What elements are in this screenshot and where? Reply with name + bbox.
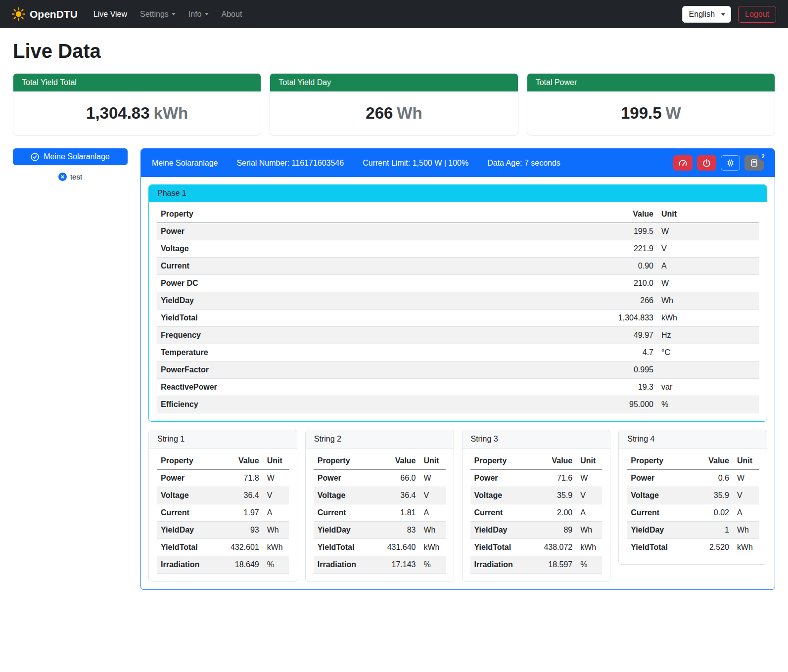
event-count-badge: 2 — [758, 151, 768, 161]
event-log-button[interactable]: 2 — [744, 155, 764, 171]
cell-unit: Hz — [657, 327, 759, 344]
cell-unit: % — [420, 556, 446, 574]
cell-unit: A — [420, 504, 446, 522]
cell-property: YieldDay — [470, 522, 534, 539]
language-select[interactable]: English — [682, 6, 731, 23]
nav-item-label: Settings — [140, 10, 169, 19]
table-row: Current1.97A — [157, 504, 289, 522]
cell-value: 221.9 — [588, 240, 657, 258]
table-row: Voltage221.9V — [157, 240, 759, 258]
nav-item-label: Info — [188, 10, 202, 19]
table-row: YieldTotal1,304.833kWh — [157, 310, 759, 327]
table-header-row: Property Value Unit — [314, 452, 446, 470]
cell-unit: var — [657, 379, 759, 396]
total-yield-day-card: Total Yield Day 266Wh — [270, 73, 518, 135]
table-row: YieldDay1Wh — [627, 522, 759, 539]
cell-value: 4.7 — [588, 344, 657, 361]
card-value-row: 1,304.83kWh — [13, 91, 261, 135]
cell-property: Current — [470, 504, 534, 522]
nav-item-label: Live View — [93, 10, 127, 19]
nav-item-info[interactable]: Info — [184, 6, 214, 23]
cell-unit: A — [733, 504, 759, 522]
logout-button[interactable]: Logout — [738, 6, 776, 23]
nav-item-settings[interactable]: Settings — [135, 6, 181, 23]
cell-value: 2.00 — [534, 504, 576, 522]
cell-property: Power — [627, 470, 691, 487]
device-info-button[interactable] — [721, 155, 740, 171]
cell-property: YieldTotal — [157, 539, 221, 556]
inverter-select-button-test[interactable]: test — [13, 173, 128, 181]
string-1-data-table: Property Value Unit Power71.8WVoltage36.… — [157, 452, 289, 574]
table-row: Current0.90A — [157, 258, 759, 275]
cell-value: 1.81 — [377, 504, 420, 522]
cell-value: 1.97 — [221, 504, 263, 522]
col-property: Property — [314, 452, 377, 470]
nav-item-live-view[interactable]: Live View — [89, 6, 132, 23]
string-4-data-table: Property Value Unit Power0.6WVoltage35.9… — [627, 452, 759, 556]
cpu-icon — [726, 159, 735, 167]
cell-property: Voltage — [470, 487, 534, 504]
cell-unit: W — [733, 470, 759, 487]
cell-property: Irradiation — [470, 556, 534, 574]
table-row: YieldDay89Wh — [470, 522, 603, 539]
caret-down-icon — [721, 13, 725, 16]
limit-settings-button[interactable] — [673, 155, 693, 171]
strings-grid: String 1 Property Value Unit — [148, 430, 767, 582]
cell-property: Frequency — [157, 327, 588, 344]
col-unit: Unit — [733, 452, 759, 470]
cell-value: 71.8 — [221, 470, 263, 487]
cell-value: 2.520 — [691, 539, 733, 556]
cell-unit: kWh — [733, 539, 759, 556]
table-header-row: Property Value Unit — [157, 452, 289, 470]
brand-link[interactable]: OpenDTU — [12, 7, 78, 21]
string-3-card: String 3 Property Value Unit — [462, 430, 611, 582]
table-header-row: Property Value Unit — [627, 452, 759, 470]
cell-unit: A — [657, 258, 759, 275]
cell-unit: W — [657, 275, 759, 292]
cell-property: Irradiation — [314, 556, 377, 574]
table-row: Power199.5W — [157, 223, 759, 240]
table-row: Current1.81A — [314, 504, 446, 522]
nav-item-about[interactable]: About — [217, 6, 247, 23]
col-unit: Unit — [576, 452, 602, 470]
cell-property: YieldDay — [157, 292, 588, 310]
cell-property: YieldDay — [157, 522, 221, 539]
phase-1-card: Phase 1 Property Value Unit Power199.5WV… — [148, 184, 767, 422]
inverter-select-button-active[interactable]: Meine Solaranlage — [13, 148, 128, 165]
string-table-wrap: Property Value Unit Power0.6WVoltage35.9… — [619, 448, 767, 564]
inverter-sidebar: Meine Solaranlage test — [13, 148, 128, 181]
col-property: Property — [157, 452, 221, 470]
table-row: Voltage35.9V — [627, 487, 759, 504]
table-row: YieldTotal438.072kWh — [470, 539, 603, 556]
cell-unit: Wh — [576, 522, 602, 539]
cell-value: 36.4 — [221, 487, 263, 504]
string-table-wrap: Property Value Unit Power71.8WVoltage36.… — [149, 448, 297, 582]
cell-value: 0.90 — [588, 258, 657, 275]
cell-value: 18.649 — [221, 556, 263, 574]
power-toggle-button[interactable] — [697, 155, 716, 171]
col-value: Value — [691, 452, 733, 470]
table-row: Voltage36.4V — [157, 487, 289, 504]
cell-value: 19.3 — [588, 379, 657, 396]
string-table-wrap: Property Value Unit Power71.6WVoltage35.… — [463, 448, 610, 582]
phase-data-table: Property Value Unit Power199.5WVoltage22… — [157, 206, 759, 413]
card-title: Total Yield Total — [13, 74, 261, 91]
inverter-panel-header: Meine Solaranlage Serial Number: 1161716… — [141, 149, 775, 177]
phase-card-title: Phase 1 — [149, 185, 767, 202]
cell-property: Power DC — [157, 275, 588, 292]
string-4-card: String 4 Property Value Unit — [618, 430, 767, 565]
table-row: YieldTotal2.520kWh — [627, 539, 759, 556]
journal-icon — [750, 159, 758, 167]
cell-property: Current — [627, 504, 691, 522]
cell-value: 199.5 — [588, 223, 657, 240]
col-value: Value — [221, 452, 263, 470]
table-row: Current0.02A — [627, 504, 759, 522]
cell-unit: V — [733, 487, 759, 504]
cell-unit: A — [263, 504, 289, 522]
string-card-title: String 3 — [463, 430, 610, 448]
inverter-button-label: Meine Solaranlage — [44, 152, 109, 161]
table-row: Irradiation18.597% — [470, 556, 603, 574]
card-value: 266 — [366, 104, 393, 122]
col-value: Value — [534, 452, 576, 470]
total-yield-total-card: Total Yield Total 1,304.83kWh — [13, 73, 261, 135]
